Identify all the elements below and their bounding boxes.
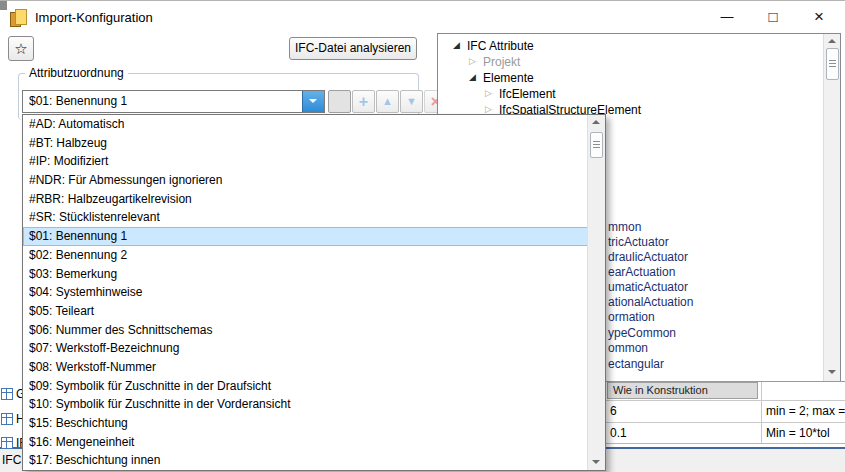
clipped-tree-item[interactable]: draulicActuator bbox=[608, 250, 688, 264]
dropdown-scrollbar[interactable] bbox=[587, 115, 605, 470]
dropdown-item[interactable]: $08: Werkstoff-Nummer bbox=[23, 358, 588, 377]
tree-expander-icon[interactable]: ▷ bbox=[469, 56, 476, 66]
dropdown-item[interactable]: $16: Mengeneinheit bbox=[23, 433, 588, 452]
clipped-tree-item[interactable]: ectangular bbox=[608, 357, 664, 371]
clipped-tree-item[interactable]: umaticActuator bbox=[608, 280, 688, 294]
dropdown-items: #AD: Automatisch #BT: Halbzeug #IP: Modi… bbox=[23, 115, 588, 470]
window-title: Import-Konfiguration bbox=[35, 10, 153, 25]
dropdown-item[interactable]: $09: Symbolik für Zuschnitte in der Drau… bbox=[23, 377, 588, 396]
dropdown-item[interactable]: #SR: Stücklistenrelevant bbox=[23, 208, 588, 227]
analyze-ifc-button[interactable]: IFC-Datei analysieren bbox=[289, 37, 417, 60]
dropdown-item[interactable]: $02: Benennung 2 bbox=[23, 246, 588, 265]
clipped-tree-item[interactable]: tricActuator bbox=[608, 235, 669, 249]
tree-scrollbar[interactable] bbox=[823, 34, 840, 381]
minimize-button[interactable]: — bbox=[704, 2, 750, 32]
table-row-divider bbox=[605, 422, 845, 423]
plus-icon: + bbox=[359, 93, 368, 110]
tree-item-label: Elemente bbox=[483, 71, 534, 85]
table-row-divider bbox=[605, 443, 845, 444]
maximize-icon: □ bbox=[768, 8, 777, 25]
tree-expander-icon[interactable]: ▷ bbox=[485, 88, 492, 98]
clipped-tree-item[interactable]: mmon bbox=[608, 220, 641, 234]
table-cell-value: 0.1 bbox=[610, 426, 627, 440]
table-cell-value: 6 bbox=[610, 404, 617, 418]
dropdown-item[interactable]: $07: Werkstoff-Bezeichnung bbox=[23, 339, 588, 358]
scroll-down-icon[interactable] bbox=[828, 370, 836, 374]
tree-scrollbar-thumb[interactable] bbox=[826, 48, 839, 80]
table-cell-hint: min = 2; max = 10 bbox=[766, 404, 845, 418]
attribute-dropdown-list: #AD: Automatisch #BT: Halbzeug #IP: Modi… bbox=[22, 114, 606, 471]
dropdown-item[interactable]: $05: Teileart bbox=[23, 302, 588, 321]
background-artifact bbox=[0, 1, 7, 10]
minimize-icon: — bbox=[721, 9, 734, 24]
chevron-down-icon bbox=[309, 99, 317, 107]
favorite-button[interactable]: ☆ bbox=[8, 36, 34, 61]
dropdown-scrollbar-thumb[interactable] bbox=[590, 132, 603, 158]
tree-expander-icon[interactable]: ◢ bbox=[453, 40, 460, 50]
clipped-tree-item[interactable]: ommon bbox=[608, 341, 648, 355]
arrow-up-icon: ▲ bbox=[382, 95, 393, 107]
tree-expander-icon[interactable]: ▷ bbox=[485, 104, 492, 114]
arrow-down-icon: ▼ bbox=[406, 95, 417, 107]
import-konfiguration-dialog: { "window": { "title": "Import-Konfigura… bbox=[0, 0, 845, 472]
move-up-button[interactable]: ▲ bbox=[376, 90, 399, 113]
attribute-groupbox-label: Attributzuordnung bbox=[25, 66, 128, 80]
tree-expander-icon[interactable]: ◢ bbox=[469, 72, 476, 82]
close-button[interactable]: × bbox=[796, 2, 842, 32]
dropdown-item[interactable]: #RBR: Halbzeugartikelrevision bbox=[23, 190, 588, 209]
titlebar: Import-Konfiguration — □ × bbox=[0, 0, 845, 33]
dropdown-item[interactable]: #NDR: Für Abmessungen ignorieren bbox=[23, 171, 588, 190]
dropdown-item[interactable]: $15: Beschichtung bbox=[23, 414, 588, 433]
dropdown-item[interactable]: #BT: Halbzeug bbox=[23, 134, 588, 153]
dropdown-item[interactable]: $17: Beschichtung innen bbox=[23, 451, 588, 470]
table-grid-icon bbox=[1, 437, 13, 449]
table-grid-icon bbox=[1, 388, 13, 400]
dropdown-item[interactable]: $06: Nummer des Schnittschemas bbox=[23, 321, 588, 340]
clipped-tree-item[interactable]: ypeCommon bbox=[608, 326, 676, 340]
dropdown-item[interactable]: #IP: Modifiziert bbox=[23, 152, 588, 171]
clipped-tree-item[interactable]: ationalActuation bbox=[608, 295, 693, 309]
dropdown-item[interactable]: $04: Systemhinweise bbox=[23, 283, 588, 302]
table-grid-icon bbox=[1, 413, 13, 425]
table-column-divider bbox=[761, 382, 762, 443]
app-icon bbox=[10, 9, 28, 26]
scroll-up-icon[interactable] bbox=[828, 39, 836, 43]
combobox-value: $01: Benennung 1 bbox=[29, 94, 127, 108]
dropdown-item[interactable]: $03: Bemerkung bbox=[23, 265, 588, 284]
move-down-button[interactable]: ▼ bbox=[400, 90, 423, 113]
scroll-down-icon[interactable] bbox=[592, 460, 600, 464]
close-icon: × bbox=[814, 7, 824, 26]
dropdown-item[interactable]: $10: Symbolik für Zuschnitte in der Vord… bbox=[23, 395, 588, 414]
table-row-divider bbox=[605, 400, 845, 401]
extra-options-button[interactable] bbox=[328, 90, 351, 113]
dropdown-item[interactable]: #AD: Automatisch bbox=[23, 115, 588, 134]
clipped-tree-item[interactable]: earActuation bbox=[608, 265, 675, 279]
tree-item-label: Projekt bbox=[483, 55, 520, 69]
tree-item-label: IfcElement bbox=[499, 87, 556, 101]
maximize-button[interactable]: □ bbox=[750, 2, 796, 32]
attribute-combobox[interactable]: $01: Benennung 1 bbox=[22, 90, 325, 113]
star-icon: ☆ bbox=[14, 40, 27, 57]
add-button[interactable]: + bbox=[352, 90, 375, 113]
table-cell-hint: Min = 10*tol bbox=[766, 426, 830, 440]
footer-label-ifc: IFC bbox=[2, 453, 21, 467]
tree-item-label: IFC Attribute bbox=[467, 39, 534, 53]
dropdown-item-selected[interactable]: $01: Benennung 1 bbox=[23, 227, 588, 246]
clipped-tree-item[interactable]: ormation bbox=[608, 310, 655, 324]
table-cell-wie-in-konstruktion[interactable]: Wie in Konstruktion bbox=[607, 382, 758, 399]
scroll-up-icon[interactable] bbox=[592, 120, 600, 124]
combobox-dropdown-button[interactable] bbox=[302, 91, 324, 112]
